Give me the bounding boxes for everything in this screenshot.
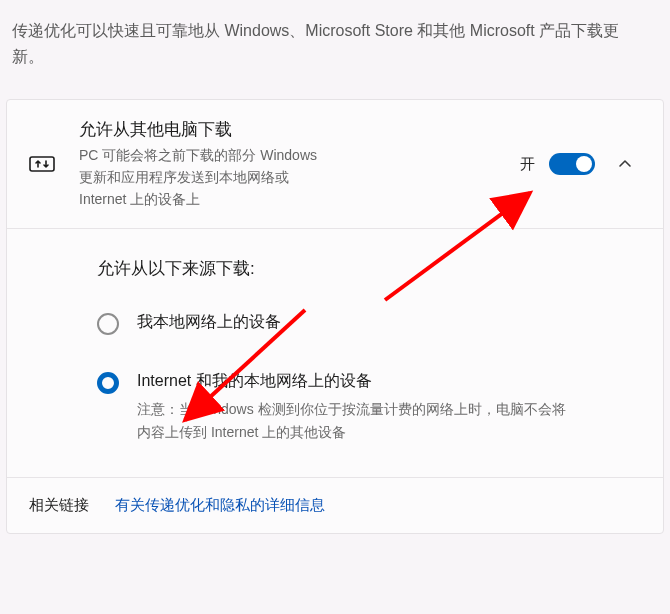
delivery-optimization-card: 允许从其他电脑下载 PC 可能会将之前下载的部分 Windows 更新和应用程序… (6, 99, 664, 534)
allow-other-pcs-toggle[interactable] (549, 153, 595, 175)
related-links-title: 相关链接 (29, 496, 89, 515)
card-title: 允许从其他电脑下载 (79, 118, 520, 141)
sources-heading: 允许从以下来源下载: (97, 257, 641, 280)
toggle-state-label: 开 (520, 155, 535, 174)
card-header: 允许从其他电脑下载 PC 可能会将之前下载的部分 Windows 更新和应用程序… (7, 100, 663, 229)
card-subtitle: PC 可能会将之前下载的部分 Windows 更新和应用程序发送到本地网络或 I… (79, 145, 329, 210)
svg-rect-0 (30, 157, 54, 171)
radio-icon (97, 313, 119, 335)
privacy-link[interactable]: 有关传递优化和隐私的详细信息 (115, 496, 325, 515)
radio-note: 注意：当 Windows 检测到你位于按流量计费的网络上时，电脑不会将内容上传到… (137, 398, 567, 443)
radio-option-local-network[interactable]: 我本地网络上的设备 (97, 312, 641, 335)
radio-icon (97, 372, 119, 394)
radio-option-internet-and-local[interactable]: Internet 和我的本地网络上的设备 注意：当 Windows 检测到你位于… (97, 371, 641, 443)
radio-label: Internet 和我的本地网络上的设备 (137, 371, 641, 392)
card-body: 允许从以下来源下载: 我本地网络上的设备 Internet 和我的本地网络上的设… (7, 229, 663, 477)
intro-text: 传递优化可以快速且可靠地从 Windows、Microsoft Store 和其… (0, 0, 640, 69)
card-footer: 相关链接 有关传递优化和隐私的详细信息 (7, 477, 663, 533)
chevron-up-icon[interactable] (609, 157, 641, 171)
radio-label: 我本地网络上的设备 (137, 312, 641, 333)
delivery-icon (29, 153, 79, 175)
